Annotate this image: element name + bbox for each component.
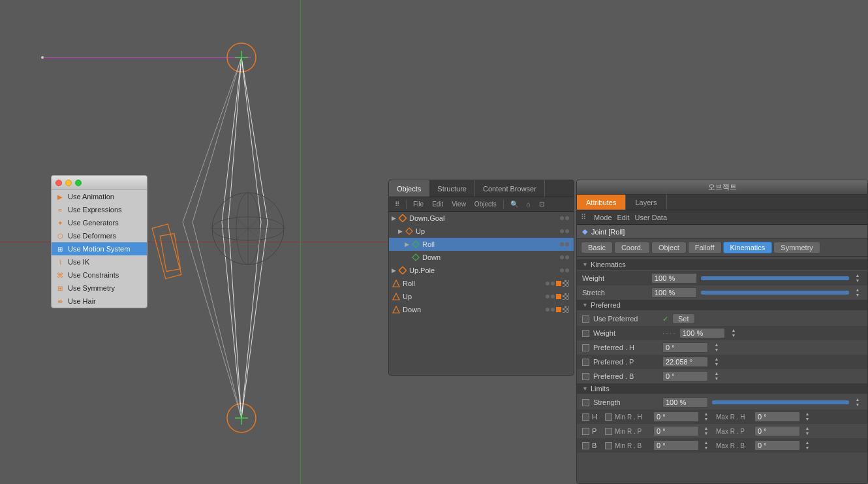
btn-coord[interactable]: Coord. [614,242,650,253]
pref-p-check[interactable] [582,359,589,366]
render-dot[interactable] [565,268,569,272]
pref-p-value[interactable]: 22.058 ° [662,357,708,367]
p-check[interactable] [582,428,589,435]
btn-kinematics[interactable]: Kinematics [723,242,773,253]
b-check[interactable] [582,442,589,449]
min-r-b-stepper[interactable]: ▲ ▼ [702,440,711,451]
pref-weight-check[interactable] [582,330,589,337]
tag-use-symmetry[interactable]: ⊞ Use Symmetry [52,282,147,295]
obj-down2[interactable]: Down [389,303,574,316]
max-r-h-val[interactable]: 0 ° [754,411,800,422]
maximize-dot[interactable] [75,180,82,186]
stretch-stepper[interactable]: ▲ ▼ [853,287,862,298]
tag-use-deformers[interactable]: ⬡ Use Deformers [52,229,147,242]
h-check[interactable] [582,413,589,421]
close-dot[interactable] [55,180,62,186]
btn-falloff[interactable]: Falloff [688,242,722,253]
obj-up-pole[interactable]: ▶ Up.Pole [389,264,574,277]
obj-roll[interactable]: ▶ Roll [389,238,574,251]
min-r-h-stepper[interactable]: ▲ ▼ [702,411,711,422]
view-menu[interactable]: View [448,201,469,208]
edit-menu[interactable]: Edit [617,214,630,221]
obj-down-goal[interactable]: ▶ Down.Goal [389,212,574,225]
user-data-menu[interactable]: User Data [635,214,668,221]
orange-dot2[interactable] [556,294,561,299]
checker-dot3[interactable] [563,306,569,313]
vis-dot[interactable] [546,308,550,312]
tag-use-expressions[interactable]: ≈ Use Expressions [52,203,147,216]
tab-objects[interactable]: Objects [389,180,429,197]
btn-basic[interactable]: Basic [581,242,613,253]
max-r-b-val[interactable]: 0 ° [754,440,800,451]
pref-p-stepper[interactable]: ▲ ▼ [712,357,721,367]
tag-use-animation[interactable]: ▶ Use Animation [52,190,147,203]
orange-dot[interactable] [556,281,561,286]
tag-use-motion-system[interactable]: ⊞ Use Motion System [52,242,147,255]
pref-b-value[interactable]: 0 ° [662,371,708,381]
pref-b-check[interactable] [582,373,589,380]
obj-down[interactable]: Down [389,251,574,264]
render-dot[interactable] [565,229,569,233]
min-r-p-stepper[interactable]: ▲ ▼ [702,426,711,436]
strength-stepper[interactable]: ▲ ▼ [853,397,862,408]
tab-structure[interactable]: Structure [429,180,475,197]
h-sub-check[interactable] [605,413,612,421]
tab-attributes[interactable]: Attributes [577,195,626,210]
min-r-b-val[interactable]: 0 ° [653,440,699,451]
vis-dot[interactable] [546,282,550,285]
edit-menu[interactable]: Edit [429,201,446,208]
vis-dot[interactable] [560,255,564,259]
strength-value[interactable]: 100 % [662,397,708,408]
orange-dot3[interactable] [556,307,561,312]
file-menu[interactable]: File [410,201,427,208]
tag-use-generators[interactable]: ✦ Use Generators [52,216,147,229]
pref-weight-value[interactable]: 100 % [679,328,725,338]
obj-up2[interactable]: Up [389,290,574,303]
btn-object[interactable]: Object [651,242,687,253]
render-dot[interactable] [551,308,555,312]
tab-layers[interactable]: Layers [626,195,666,210]
weight-slider[interactable] [701,276,849,280]
set-button[interactable]: Set [672,314,695,324]
max-r-p-stepper[interactable]: ▲ ▼ [803,426,812,436]
p-sub-check[interactable] [605,428,612,435]
view-icon[interactable]: ⊡ [536,201,548,208]
search-icon[interactable]: 🔍 [507,201,521,208]
render-dot[interactable] [551,295,555,298]
tab-content-browser[interactable]: Content Browser [475,180,545,197]
max-r-h-stepper[interactable]: ▲ ▼ [803,411,812,422]
vis-dot[interactable] [546,295,550,298]
render-dot[interactable] [551,282,555,285]
btn-symmetry[interactable]: Symmetry [773,242,820,253]
tag-use-constraints[interactable]: ⌘ Use Constraints [52,268,147,282]
min-r-p-val[interactable]: 0 ° [653,426,699,436]
objects-menu[interactable]: Objects [471,201,500,208]
weight-stepper[interactable]: ▲ ▼ [853,273,862,283]
stretch-slider[interactable] [701,291,849,295]
checker-dot2[interactable] [563,293,569,300]
strength-check[interactable] [582,399,589,406]
render-dot[interactable] [565,255,569,259]
minimize-dot[interactable] [65,180,72,186]
use-preferred-checkbox[interactable] [582,315,589,323]
pref-h-stepper[interactable]: ▲ ▼ [712,342,721,353]
home-icon[interactable]: ⌂ [523,201,534,208]
weight-value[interactable]: 100 % [651,273,697,283]
mode-menu[interactable]: Mode [594,214,612,221]
max-r-p-val[interactable]: 0 ° [754,426,800,436]
min-r-h-val[interactable]: 0 ° [653,411,699,422]
pref-weight-stepper[interactable]: ▲ ▼ [729,328,738,338]
vis-dot[interactable] [560,268,564,272]
obj-up[interactable]: ▶ Up [389,225,574,238]
pref-b-stepper[interactable]: ▲ ▼ [712,371,721,381]
vis-dot[interactable] [560,229,564,233]
tag-use-hair[interactable]: ≋ Use Hair [52,295,147,308]
vis-dot[interactable] [560,242,564,246]
pref-h-check[interactable] [582,344,589,351]
pref-h-value[interactable]: 0 ° [662,342,708,353]
render-dot[interactable] [565,242,569,246]
b-sub-check[interactable] [605,442,612,449]
obj-roll2[interactable]: Roll [389,277,574,290]
strength-slider[interactable] [712,400,849,404]
render-dot[interactable] [565,216,569,220]
